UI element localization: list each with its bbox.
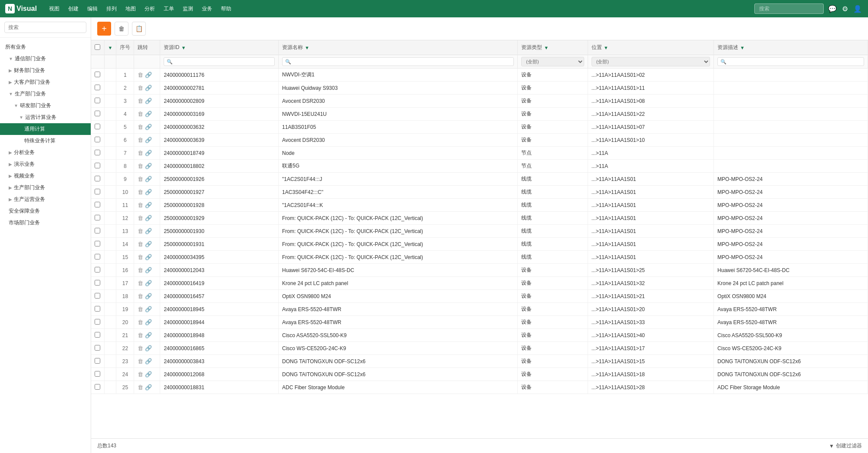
sidebar-search-input[interactable] — [4, 22, 86, 33]
row-checkbox-13[interactable] — [95, 241, 100, 246]
row-checkbox-10[interactable] — [95, 202, 100, 207]
link-row-icon[interactable]: 🔗 — [145, 306, 152, 312]
link-row-icon[interactable]: 🔗 — [145, 189, 152, 195]
user-icon[interactable]: 👤 — [852, 4, 863, 14]
delete-row-icon[interactable]: 🗑 — [138, 124, 143, 130]
filter-resource-type-select[interactable]: (全部) 设备 节点 线缆 — [521, 57, 584, 66]
row-checkbox-22[interactable] — [95, 358, 100, 364]
link-row-icon[interactable]: 🔗 — [145, 371, 152, 378]
sidebar-item-10[interactable]: ▶视频业务 — [0, 170, 91, 182]
delete-row-icon[interactable]: 🗑 — [138, 345, 143, 351]
link-row-icon[interactable]: 🔗 — [145, 111, 152, 117]
delete-row-icon[interactable]: 🗑 — [138, 202, 143, 208]
delete-row-icon[interactable]: 🗑 — [138, 72, 143, 78]
row-checkbox-6[interactable] — [95, 150, 100, 155]
link-row-icon[interactable]: 🔗 — [145, 267, 152, 273]
delete-row-icon[interactable]: 🗑 — [138, 267, 143, 273]
link-row-icon[interactable]: 🔗 — [145, 345, 152, 351]
filter-location-select[interactable]: (全部) — [592, 57, 710, 66]
sidebar-item-9[interactable]: ▶演示业务 — [0, 158, 91, 170]
delete-row-icon[interactable]: 🗑 — [138, 306, 143, 312]
nav-item-分析[interactable]: 分析 — [143, 3, 157, 14]
filter-resource-name-input[interactable] — [282, 57, 514, 66]
row-checkbox-12[interactable] — [95, 228, 100, 233]
row-checkbox-20[interactable] — [95, 332, 100, 338]
nav-item-编辑[interactable]: 编辑 — [85, 3, 99, 14]
row-checkbox-21[interactable] — [95, 345, 100, 351]
sidebar-item-2[interactable]: ▶大客户部门业务 — [0, 76, 91, 88]
resource-type-filter-icon[interactable]: ▼ — [544, 45, 549, 50]
row-checkbox-11[interactable] — [95, 215, 100, 220]
row-checkbox-1[interactable] — [95, 85, 100, 90]
delete-row-icon[interactable]: 🗑 — [138, 150, 143, 156]
row-checkbox-14[interactable] — [95, 254, 100, 259]
sidebar-item-12[interactable]: ▶生产运营业务 — [0, 194, 91, 205]
link-row-icon[interactable]: 🔗 — [145, 358, 152, 364]
export-button[interactable]: 📋 — [132, 22, 146, 36]
delete-row-icon[interactable]: 🗑 — [138, 163, 143, 169]
delete-row-icon[interactable]: 🗑 — [138, 280, 143, 286]
nav-item-工单[interactable]: 工单 — [162, 3, 176, 14]
delete-row-icon[interactable]: 🗑 — [138, 384, 143, 391]
nav-item-创建[interactable]: 创建 — [66, 3, 80, 14]
delete-row-icon[interactable]: 🗑 — [138, 176, 143, 182]
link-row-icon[interactable]: 🔗 — [145, 202, 152, 208]
message-icon[interactable]: 💬 — [827, 4, 838, 14]
delete-row-icon[interactable]: 🗑 — [138, 319, 143, 325]
link-row-icon[interactable]: 🔗 — [145, 319, 152, 325]
resource-id-filter-icon[interactable]: ▼ — [181, 45, 186, 50]
row-checkbox-24[interactable] — [95, 384, 100, 390]
nav-search-input[interactable] — [754, 3, 824, 14]
delete-row-icon[interactable]: 🗑 — [138, 241, 143, 247]
link-row-icon[interactable]: 🔗 — [145, 98, 152, 104]
row-checkbox-2[interactable] — [95, 98, 100, 103]
resource-name-filter-icon[interactable]: ▼ — [305, 45, 309, 50]
sidebar-item-1[interactable]: ▶财务部门业务 — [0, 65, 91, 76]
link-row-icon[interactable]: 🔗 — [145, 137, 152, 143]
sidebar-item-0[interactable]: ▼通信部门业务 — [0, 53, 91, 65]
nav-item-地图[interactable]: 地图 — [124, 3, 138, 14]
delete-row-icon[interactable]: 🗑 — [138, 371, 143, 378]
delete-row-icon[interactable]: 🗑 — [138, 111, 143, 117]
delete-row-icon[interactable]: 🗑 — [138, 332, 143, 338]
row-checkbox-15[interactable] — [95, 267, 100, 272]
nav-item-视图[interactable]: 视图 — [47, 3, 61, 14]
row-checkbox-8[interactable] — [95, 176, 100, 181]
row-checkbox-17[interactable] — [95, 293, 100, 299]
description-filter-icon[interactable]: ▼ — [740, 45, 745, 50]
link-row-icon[interactable]: 🔗 — [145, 163, 152, 169]
delete-row-icon[interactable]: 🗑 — [138, 254, 143, 260]
sidebar-item-11[interactable]: ▶生产部门业务 — [0, 182, 91, 194]
link-row-icon[interactable]: 🔗 — [145, 241, 152, 247]
link-row-icon[interactable]: 🔗 — [145, 254, 152, 260]
sidebar-item-8[interactable]: ▶分析业务 — [0, 147, 91, 158]
sidebar-item-4[interactable]: ▼研发部门业务 — [0, 100, 91, 112]
nav-item-监测[interactable]: 监测 — [181, 3, 195, 14]
delete-row-icon[interactable]: 🗑 — [138, 85, 143, 91]
nav-item-帮助[interactable]: 帮助 — [219, 3, 233, 14]
nav-item-业务[interactable]: 业务 — [200, 3, 214, 14]
sidebar-item-6[interactable]: 通用计算 — [0, 123, 91, 135]
sidebar-item-root[interactable]: 所有业务 — [0, 41, 91, 53]
row-checkbox-5[interactable] — [95, 137, 100, 142]
add-button[interactable]: + — [97, 22, 111, 36]
filter-description-input[interactable] — [717, 57, 864, 66]
select-all-checkbox[interactable] — [95, 44, 100, 50]
row-checkbox-3[interactable] — [95, 111, 100, 116]
link-row-icon[interactable]: 🔗 — [145, 332, 152, 338]
link-row-icon[interactable]: 🔗 — [145, 384, 152, 391]
sidebar-item-14[interactable]: 市场部门业务 — [0, 217, 91, 229]
link-row-icon[interactable]: 🔗 — [145, 215, 152, 221]
filter-resource-id-input[interactable] — [164, 57, 275, 66]
settings-icon[interactable]: ⚙ — [841, 4, 849, 14]
sidebar-item-7[interactable]: 特殊业务计算 — [0, 135, 91, 147]
nav-item-排列[interactable]: 排列 — [105, 3, 118, 14]
link-row-icon[interactable]: 🔗 — [145, 124, 152, 130]
sidebar-item-3[interactable]: ▼生产部门业务 — [0, 88, 91, 100]
link-row-icon[interactable]: 🔗 — [145, 293, 152, 299]
link-row-icon[interactable]: 🔗 — [145, 176, 152, 182]
sidebar-item-5[interactable]: ▼运营计算业务 — [0, 112, 91, 123]
location-filter-icon[interactable]: ▼ — [604, 45, 608, 50]
sidebar-item-13[interactable]: 安全保障业务 — [0, 205, 91, 217]
row-checkbox-18[interactable] — [95, 306, 100, 312]
